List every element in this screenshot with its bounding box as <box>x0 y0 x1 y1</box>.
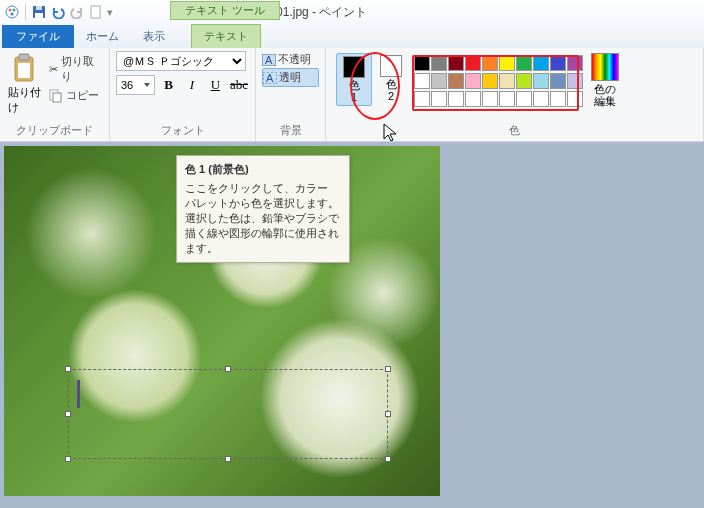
handle-bl[interactable] <box>65 456 71 462</box>
palette-swatch[interactable] <box>465 91 481 107</box>
palette-swatch[interactable] <box>499 55 515 71</box>
color2-button[interactable]: 色 2 <box>374 53 408 104</box>
font-label: フォント <box>116 121 249 141</box>
underline-button[interactable]: U <box>206 75 225 95</box>
opaque-icon: A <box>262 54 276 66</box>
paste-label: 貼り付け <box>8 85 41 115</box>
palette-swatch[interactable] <box>448 73 464 89</box>
cursor-icon <box>382 122 400 149</box>
palette-swatch[interactable] <box>550 91 566 107</box>
svg-text:A: A <box>266 72 274 84</box>
palette-swatch[interactable] <box>414 55 430 71</box>
edit-colors-button[interactable]: 色の 編集 <box>591 53 619 107</box>
palette-swatch[interactable] <box>431 73 447 89</box>
color-palette <box>414 55 583 107</box>
font-name-select[interactable]: @ＭＳ Ｐゴシック <box>116 51 246 71</box>
handle-ml[interactable] <box>65 411 71 417</box>
color2-swatch <box>380 55 402 77</box>
palette-swatch[interactable] <box>533 73 549 89</box>
clipboard-label: クリップボード <box>6 121 103 141</box>
opaque-button[interactable]: A不透明 <box>262 51 319 68</box>
palette-swatch[interactable] <box>465 73 481 89</box>
text-cursor <box>77 380 80 408</box>
palette-swatch[interactable] <box>516 73 532 89</box>
tooltip-title: 色 1 (前景色) <box>185 162 341 177</box>
palette-swatch[interactable] <box>431 55 447 71</box>
handle-mr[interactable] <box>385 411 391 417</box>
palette-swatch[interactable] <box>516 91 532 107</box>
app-icon <box>4 4 20 20</box>
group-clipboard: 貼り付け ✂切り取り コピー クリップボード <box>0 48 110 141</box>
canvas-area <box>4 146 704 496</box>
svg-point-2 <box>13 9 16 12</box>
svg-point-1 <box>9 9 12 12</box>
palette-swatch[interactable] <box>465 55 481 71</box>
handle-tl[interactable] <box>65 366 71 372</box>
document-icon[interactable] <box>88 4 104 20</box>
tooltip: 色 1 (前景色) ここをクリックして、カラー パレットから色を選択します。選択… <box>176 155 350 263</box>
cut-button[interactable]: ✂切り取り <box>47 53 103 85</box>
palette-swatch[interactable] <box>499 91 515 107</box>
title-bar: ▾ テキスト ツール hana0501.jpg - ペイント <box>0 0 704 24</box>
copy-button[interactable]: コピー <box>47 87 103 104</box>
ribbon-tabs: ファイル ホーム 表示 テキスト <box>0 24 704 48</box>
ribbon: 貼り付け ✂切り取り コピー クリップボード @ＭＳ Ｐゴシック 36 B I … <box>0 48 704 142</box>
palette-swatch[interactable] <box>516 55 532 71</box>
svg-rect-9 <box>19 54 29 60</box>
handle-tm[interactable] <box>225 366 231 372</box>
paste-button[interactable]: 貼り付け <box>6 51 43 117</box>
palette-swatch[interactable] <box>448 55 464 71</box>
palette-swatch[interactable] <box>414 73 430 89</box>
palette-swatch[interactable] <box>482 55 498 71</box>
undo-icon[interactable] <box>50 4 66 20</box>
contextual-tab-label: テキスト ツール <box>170 1 280 20</box>
text-box[interactable] <box>68 369 388 459</box>
qat-dropdown[interactable]: ▾ <box>107 6 113 19</box>
save-icon[interactable] <box>31 4 47 20</box>
tooltip-body: ここをクリックして、カラー パレットから色を選択します。選択した色は、鉛筆やブラ… <box>185 181 341 256</box>
group-background: A不透明 A透明 背景 <box>256 48 326 141</box>
scissors-icon: ✂ <box>49 63 58 76</box>
font-size-select[interactable]: 36 <box>116 75 155 95</box>
strikethrough-button[interactable]: abc <box>229 75 249 95</box>
tab-file[interactable]: ファイル <box>2 25 74 48</box>
svg-point-3 <box>11 13 14 16</box>
tab-home[interactable]: ホーム <box>74 25 131 48</box>
color1-button[interactable]: 色 1 <box>336 53 372 106</box>
svg-rect-5 <box>35 13 43 18</box>
palette-swatch[interactable] <box>567 73 583 89</box>
svg-rect-7 <box>91 6 100 18</box>
palette-swatch[interactable] <box>550 73 566 89</box>
group-font: @ＭＳ Ｐゴシック 36 B I U abc フォント <box>110 48 256 141</box>
color1-swatch <box>343 56 365 78</box>
palette-swatch[interactable] <box>533 55 549 71</box>
italic-button[interactable]: I <box>182 75 201 95</box>
svg-rect-6 <box>36 6 42 10</box>
copy-icon <box>49 89 63 103</box>
palette-swatch[interactable] <box>414 91 430 107</box>
palette-swatch[interactable] <box>499 73 515 89</box>
transparent-icon: A <box>263 72 277 84</box>
svg-rect-12 <box>53 93 61 102</box>
tab-text[interactable]: テキスト <box>191 24 261 48</box>
bold-button[interactable]: B <box>159 75 178 95</box>
palette-swatch[interactable] <box>550 55 566 71</box>
svg-text:A: A <box>265 54 273 66</box>
handle-tr[interactable] <box>385 366 391 372</box>
handle-br[interactable] <box>385 456 391 462</box>
palette-swatch[interactable] <box>567 91 583 107</box>
palette-swatch[interactable] <box>482 73 498 89</box>
svg-rect-10 <box>18 63 30 78</box>
palette-swatch[interactable] <box>431 91 447 107</box>
palette-swatch[interactable] <box>533 91 549 107</box>
svg-point-0 <box>6 6 18 18</box>
transparent-button[interactable]: A透明 <box>262 68 319 87</box>
tab-view[interactable]: 表示 <box>131 25 177 48</box>
redo-icon[interactable] <box>69 4 85 20</box>
rainbow-icon <box>591 53 619 81</box>
palette-swatch[interactable] <box>567 55 583 71</box>
handle-bm[interactable] <box>225 456 231 462</box>
palette-swatch[interactable] <box>482 91 498 107</box>
palette-swatch[interactable] <box>448 91 464 107</box>
background-label: 背景 <box>262 121 319 141</box>
